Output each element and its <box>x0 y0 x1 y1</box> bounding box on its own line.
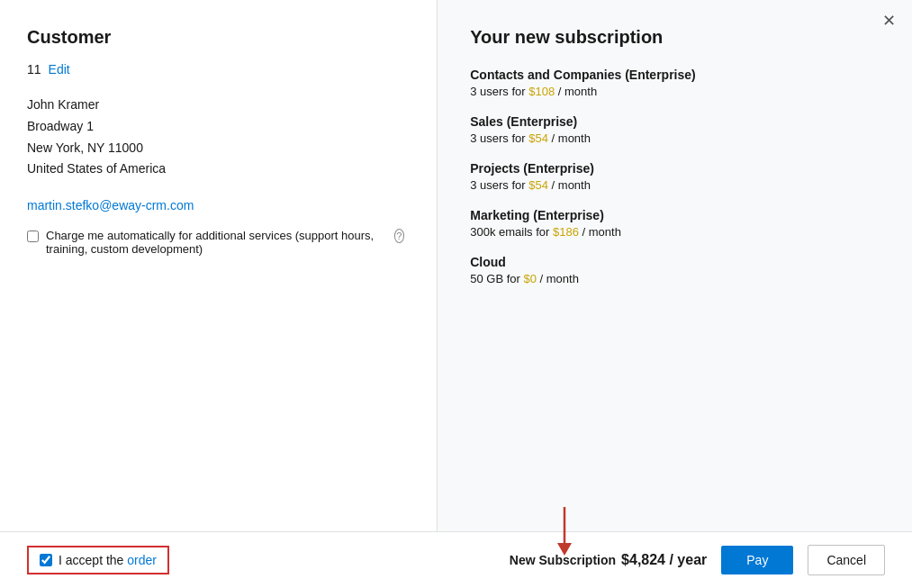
subscription-item-detail: 3 users for $108 / month <box>470 85 880 98</box>
subscription-item-title: Contacts and Companies (Enterprise) <box>470 68 880 82</box>
subscription-item-detail: 300k emails for $186 / month <box>470 225 880 239</box>
subscription-item: Sales (Enterprise) 3 users for $54 / mon… <box>470 114 880 145</box>
auto-charge-checkbox[interactable] <box>27 231 39 242</box>
customer-id: 11 <box>27 62 41 77</box>
accept-order-label: I accept the order <box>59 553 157 567</box>
svg-marker-1 <box>557 543 572 556</box>
customer-id-row: 11 Edit <box>27 62 404 77</box>
subscription-item-detail: 3 users for $54 / month <box>470 131 880 145</box>
modal-footer: I accept the order New Subscription $4,8… <box>0 531 912 588</box>
accept-text-before: I accept the <box>59 553 127 567</box>
auto-charge-row: Charge me automatically for additional s… <box>27 229 404 256</box>
customer-name: John Kramer <box>27 95 404 116</box>
total-amount: $4,824 / year <box>621 552 707 568</box>
footer-left: I accept the order <box>27 546 169 574</box>
subscription-title: Your new subscription <box>470 27 880 48</box>
customer-address2: New York, NY 11000 <box>27 138 404 159</box>
subscription-item: Projects (Enterprise) 3 users for $54 / … <box>470 161 880 192</box>
close-button[interactable]: ✕ <box>882 13 896 29</box>
subscription-item-title: Sales (Enterprise) <box>470 114 880 129</box>
subscription-item-price: $108 <box>528 85 555 98</box>
footer-right: New Subscription $4,824 / year Pay Cance… <box>510 545 885 575</box>
right-panel: Your new subscription Contacts and Compa… <box>438 0 912 531</box>
accept-order-checkbox[interactable] <box>40 554 52 566</box>
help-icon[interactable]: ? <box>394 229 405 243</box>
subscription-item-price: $54 <box>528 131 548 145</box>
red-arrow-icon <box>530 503 573 557</box>
subscription-item: Cloud 50 GB for $0 / month <box>470 255 880 285</box>
subscription-item-price: $186 <box>553 225 579 239</box>
subscription-item-title: Cloud <box>470 255 880 269</box>
cancel-button[interactable]: Cancel <box>808 545 885 575</box>
accept-order-wrapper: I accept the order <box>27 546 169 574</box>
customer-title: Customer <box>27 27 404 48</box>
customer-address1: Broadway 1 <box>27 116 404 138</box>
subscription-item-detail: 50 GB for $0 / month <box>470 272 880 285</box>
subscription-item-title: Marketing (Enterprise) <box>470 208 880 222</box>
modal-body: Customer 11 Edit John Kramer Broadway 1 … <box>0 0 912 531</box>
modal: ✕ Customer 11 Edit John Kramer Broadway … <box>0 0 912 588</box>
total-section: New Subscription $4,824 / year <box>510 552 707 568</box>
subscription-item-detail: 3 users for $54 / month <box>470 178 880 192</box>
subscription-item-price: $0 <box>523 272 536 285</box>
auto-charge-label: Charge me automatically for additional s… <box>46 229 384 256</box>
edit-link[interactable]: Edit <box>49 62 70 77</box>
subscription-item: Contacts and Companies (Enterprise) 3 us… <box>470 68 880 98</box>
pay-button[interactable]: Pay <box>721 546 793 574</box>
left-panel: Customer 11 Edit John Kramer Broadway 1 … <box>0 0 438 531</box>
customer-email[interactable]: martin.stefko@eway-crm.com <box>27 198 404 213</box>
subscription-items: Contacts and Companies (Enterprise) 3 us… <box>470 68 880 302</box>
subscription-item: Marketing (Enterprise) 300k emails for $… <box>470 208 880 239</box>
order-link[interactable]: order <box>127 553 157 567</box>
customer-info: John Kramer Broadway 1 New York, NY 1100… <box>27 95 404 180</box>
subscription-item-price: $54 <box>528 178 548 192</box>
customer-address3: United States of America <box>27 158 404 180</box>
subscription-item-title: Projects (Enterprise) <box>470 161 880 176</box>
